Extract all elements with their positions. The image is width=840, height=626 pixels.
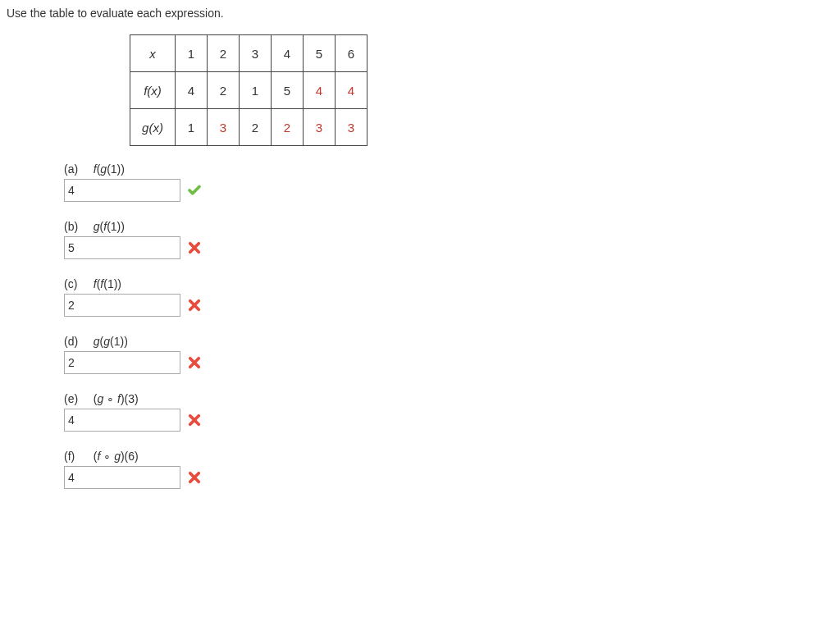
problem-item: (f) (f ∘ g)(6): [64, 450, 833, 489]
problem-item: (a) f(g(1)): [64, 162, 833, 202]
problem-prompt: (b) g(f(1)): [64, 220, 833, 233]
problems-list: (a) f(g(1))(b) g(f(1))(c) f(f(1))(d) g(g…: [64, 162, 833, 489]
table-row-label: g(x): [130, 109, 176, 146]
table-cell: 4: [336, 72, 368, 109]
table-cell: 3: [304, 109, 336, 146]
x-label: x: [149, 47, 156, 61]
table-cell: 2: [272, 109, 304, 146]
problem-label: (a): [64, 162, 87, 176]
table-row-header: x 1 2 3 4 5 6: [130, 35, 368, 72]
answer-row: [64, 294, 833, 317]
answer-input[interactable]: [64, 236, 180, 259]
problem-prompt: (f) (f ∘ g)(6): [64, 450, 833, 463]
answer-row: [64, 236, 833, 259]
x-icon: [187, 355, 202, 370]
table-cell: 2: [240, 109, 272, 146]
answer-row: [64, 466, 833, 489]
function-table: x 1 2 3 4 5 6 f(x) 4 2 1 5 4 4 g(x) 1 3 …: [130, 34, 368, 146]
x-icon: [187, 240, 202, 255]
problem-label: (b): [64, 220, 87, 233]
problem-expression: (g ∘ f)(3): [94, 392, 139, 405]
problem-prompt: (d) g(g(1)): [64, 335, 833, 348]
problem-item: (b) g(f(1)): [64, 220, 833, 259]
x-icon: [187, 298, 202, 313]
problem-expression: g(f(1)): [94, 220, 125, 233]
answer-input[interactable]: [64, 294, 180, 317]
x-icon: [187, 413, 202, 427]
instruction-text: Use the table to evaluate each expressio…: [7, 7, 833, 20]
table-cell: 1: [176, 35, 208, 72]
function-table-wrapper: x 1 2 3 4 5 6 f(x) 4 2 1 5 4 4 g(x) 1 3 …: [130, 34, 833, 146]
check-icon: [187, 183, 202, 198]
table-cell: 2: [208, 35, 240, 72]
table-cell: 3: [240, 35, 272, 72]
table-cell: 4: [176, 72, 208, 109]
answer-input[interactable]: [64, 409, 180, 432]
table-cell: 4: [304, 72, 336, 109]
table-cell: 1: [176, 109, 208, 146]
table-cell: 3: [208, 109, 240, 146]
answer-input[interactable]: [64, 351, 180, 374]
problem-expression: g(g(1)): [94, 335, 128, 348]
problem-item: (c) f(f(1)): [64, 277, 833, 317]
table-header-label: x: [130, 35, 176, 72]
answer-row: [64, 179, 833, 202]
problem-item: (e) (g ∘ f)(3): [64, 392, 833, 432]
problem-label: (c): [64, 277, 87, 290]
table-cell: 1: [240, 72, 272, 109]
problem-expression: (f ∘ g)(6): [94, 450, 139, 463]
problem-label: (d): [64, 335, 87, 348]
table-cell: 4: [272, 35, 304, 72]
table-row-fx: f(x) 4 2 1 5 4 4: [130, 72, 368, 109]
problem-prompt: (a) f(g(1)): [64, 162, 833, 176]
answer-input[interactable]: [64, 466, 180, 489]
answer-row: [64, 351, 833, 374]
answer-input[interactable]: [64, 179, 180, 202]
problem-label: (f): [64, 450, 87, 463]
x-icon: [187, 470, 202, 485]
table-cell: 2: [208, 72, 240, 109]
table-row-label: f(x): [130, 72, 176, 109]
problem-prompt: (c) f(f(1)): [64, 277, 833, 290]
problem-expression: f(f(1)): [94, 277, 121, 290]
table-cell: 6: [336, 35, 368, 72]
problem-expression: f(g(1)): [94, 162, 125, 176]
problem-label: (e): [64, 392, 87, 405]
table-cell: 5: [304, 35, 336, 72]
answer-row: [64, 409, 833, 432]
table-cell: 3: [336, 109, 368, 146]
table-cell: 5: [272, 72, 304, 109]
problem-prompt: (e) (g ∘ f)(3): [64, 392, 833, 405]
problem-item: (d) g(g(1)): [64, 335, 833, 374]
table-row-gx: g(x) 1 3 2 2 3 3: [130, 109, 368, 146]
